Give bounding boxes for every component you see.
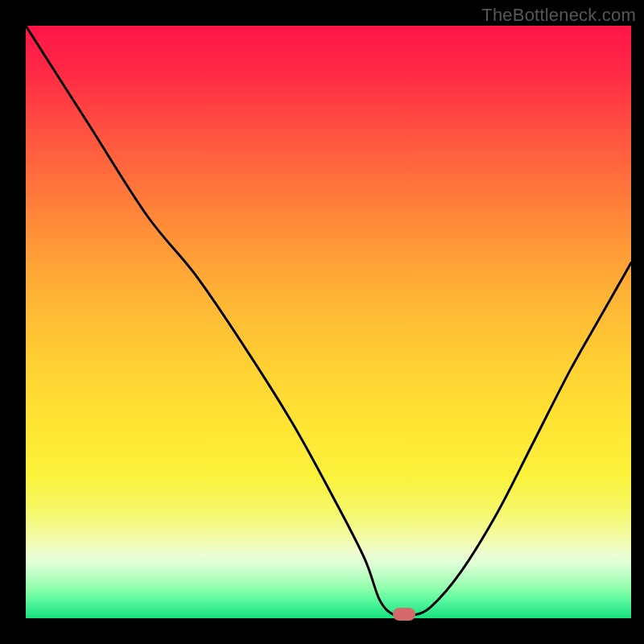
watermark-text: TheBottleneck.com [481, 5, 636, 26]
plot-area [26, 26, 631, 618]
optimal-point-marker [393, 608, 415, 621]
bottleneck-curve [26, 26, 631, 618]
chart-frame: TheBottleneck.com [0, 0, 644, 644]
